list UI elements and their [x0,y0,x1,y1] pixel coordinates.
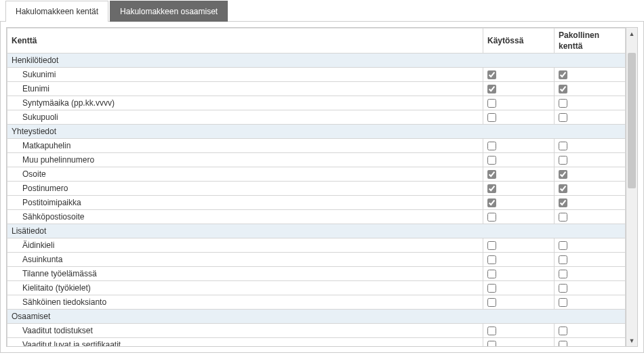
inuse-cell [483,68,555,82]
required-cell [555,324,626,338]
group-label: Lisätiedot [7,224,626,238]
required-cell [555,153,626,167]
tab-form-fields[interactable]: Hakulomakkeen kentät [5,1,108,22]
inuse-cell [483,210,555,224]
required-checkbox[interactable] [559,70,567,79]
table-row: Matkapuhelin [7,139,626,153]
tab-form-skills[interactable]: Hakulomakkeen osaamiset [110,1,228,22]
inuse-cell [483,96,555,110]
required-checkbox[interactable] [559,327,567,335]
required-cell [555,68,626,82]
required-checkbox[interactable] [559,184,567,193]
required-cell [555,167,626,182]
inuse-cell [483,253,555,267]
required-checkbox[interactable] [559,142,567,150]
required-checkbox[interactable] [559,170,567,179]
inuse-cell [483,238,555,253]
field-label: Sukunimi [7,68,483,82]
inuse-checkbox[interactable] [487,298,496,307]
table-row: Tilanne työelämässä [7,267,626,281]
group-row: Osaamiset [7,310,626,324]
table-row: Etunimi [7,82,626,96]
field-label: Matkapuhelin [7,139,483,153]
inuse-cell [483,182,555,196]
inuse-cell [483,324,555,338]
field-label: Sukupuoli [7,110,483,125]
scroll-wrap: Kenttä Käytössä Pakollinen kenttä Henkil… [6,27,638,347]
scroll-thumb[interactable] [628,53,636,188]
required-checkbox[interactable] [559,241,567,250]
inuse-checkbox[interactable] [487,113,496,122]
required-cell [555,338,626,348]
field-label: Muu puhelinnumero [7,153,483,167]
inuse-cell [483,167,555,182]
required-cell [555,210,626,224]
table-header-row: Kenttä Käytössä Pakollinen kenttä [7,28,626,54]
table-row: Sukunimi [7,68,626,82]
inuse-checkbox[interactable] [487,284,496,293]
required-checkbox[interactable] [559,270,567,278]
scroll-down-icon[interactable]: ▼ [626,335,637,346]
required-checkbox[interactable] [559,198,567,207]
field-label: Sähköpostiosoite [7,210,483,224]
inuse-checkbox[interactable] [487,327,496,335]
field-label: Tilanne työelämässä [7,267,483,281]
inuse-checkbox[interactable] [487,341,496,347]
inuse-checkbox[interactable] [487,241,496,250]
inuse-checkbox[interactable] [487,170,496,179]
required-checkbox[interactable] [559,113,567,122]
required-cell [555,139,626,153]
required-checkbox[interactable] [559,85,567,93]
field-label: Vaaditut todistukset [7,324,483,338]
vertical-scrollbar[interactable]: ▲ ▼ [626,27,638,347]
inuse-checkbox[interactable] [487,198,496,207]
table-row: Asuinkunta [7,253,626,267]
required-cell [555,238,626,253]
inuse-checkbox[interactable] [487,85,496,93]
inuse-cell [483,338,555,348]
field-label: Syntymäaika (pp.kk.vvvv) [7,96,483,110]
group-row: Lisätiedot [7,224,626,238]
required-cell [555,110,626,125]
required-checkbox[interactable] [559,298,567,307]
inuse-cell [483,110,555,125]
table-row: Syntymäaika (pp.kk.vvvv) [7,96,626,110]
table-row: Sukupuoli [7,110,626,125]
group-label: Osaamiset [7,310,626,324]
inuse-checkbox[interactable] [487,142,496,150]
inuse-checkbox[interactable] [487,184,496,193]
inuse-checkbox[interactable] [487,70,496,79]
table-row: Vaaditut todistukset [7,324,626,338]
inuse-checkbox[interactable] [487,213,496,222]
table-row: Osoite [7,167,626,182]
field-label: Sähköinen tiedoksianto [7,295,483,310]
scroll-up-icon[interactable]: ▲ [626,28,637,39]
table-row: Postitoimipaikka [7,196,626,210]
field-label: Vaaditut luvat ja sertifikaatit [7,338,483,348]
field-label: Äidinkieli [7,238,483,253]
fields-table: Kenttä Käytössä Pakollinen kenttä Henkil… [7,28,626,347]
field-label: Asuinkunta [7,253,483,267]
inuse-cell [483,196,555,210]
inuse-checkbox[interactable] [487,156,496,165]
inuse-checkbox[interactable] [487,270,496,278]
required-checkbox[interactable] [559,284,567,293]
required-checkbox[interactable] [559,156,567,165]
field-label: Etunimi [7,82,483,96]
group-row: Yhteystiedot [7,125,626,139]
required-cell [555,82,626,96]
required-checkbox[interactable] [559,341,567,347]
header-field: Kenttä [7,28,483,54]
required-checkbox[interactable] [559,213,567,222]
inuse-checkbox[interactable] [487,255,496,264]
table-row: Vaaditut luvat ja sertifikaatit [7,338,626,348]
tab-bar: Hakulomakkeen kentät Hakulomakkeen osaam… [0,0,644,21]
required-checkbox[interactable] [559,99,567,108]
table-row: Sähköinen tiedoksianto [7,295,626,310]
required-cell [555,182,626,196]
scroll-track[interactable] [626,39,637,335]
required-checkbox[interactable] [559,255,567,264]
inuse-checkbox[interactable] [487,99,496,108]
inuse-cell [483,82,555,96]
table-row: Muu puhelinnumero [7,153,626,167]
